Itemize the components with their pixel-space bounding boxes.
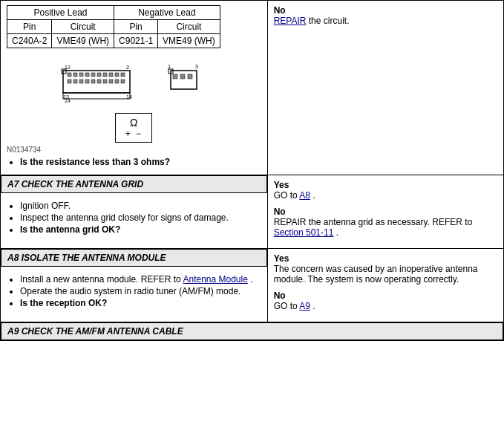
svg-text:2: 2 <box>126 65 129 70</box>
resistance-question: Is the resistance less than 3 ohms? <box>20 157 261 167</box>
no-answer-block: No REPAIR the circuit. <box>274 5 497 26</box>
svg-rect-29 <box>171 71 197 89</box>
svg-rect-7 <box>97 73 101 77</box>
a7-yes-action: GO to A8 . <box>274 190 497 201</box>
pos-pin-value: C240A-2 <box>7 34 52 48</box>
a8-no-label: No <box>274 290 497 301</box>
a7-left-cell: A7 CHECK THE ANTENNA GRID Ignition OFF. … <box>1 175 268 249</box>
svg-text:1: 1 <box>168 64 171 69</box>
svg-rect-14 <box>79 79 83 83</box>
svg-rect-32 <box>188 74 192 79</box>
pin-col-header-2: Pin <box>114 20 158 34</box>
a8-no-link[interactable]: A9 <box>299 301 310 311</box>
svg-rect-3 <box>73 73 77 77</box>
circuit-col-header-2: Circuit <box>158 20 220 34</box>
a7-yes-block: Yes GO to A8 . <box>274 180 497 201</box>
a7-bullet-1: Ignition OFF. <box>20 201 261 211</box>
a8-left-cell: A8 ISOLATE THE ANTENNA MODULE Install a … <box>1 249 268 322</box>
pin-col-header-1: Pin <box>7 20 52 34</box>
negative-lead-header: Negative Lead <box>114 6 220 20</box>
a7-bullet-list: Ignition OFF. Inspect the antenna grid c… <box>7 201 261 235</box>
right-connector-svg: 1 3 <box>167 56 212 104</box>
a7-content: Ignition OFF. Inspect the antenna grid c… <box>1 193 267 242</box>
neg-circuit-value: VME49 (WH) <box>158 34 220 48</box>
svg-rect-30 <box>173 74 177 79</box>
a8-bullet-2: Operate the audio system in radio tuner … <box>20 286 261 296</box>
neg-pin-value: C9021-1 <box>114 34 158 48</box>
a8-no-action: GO to A9 . <box>274 301 497 311</box>
a7-no-block: No REPAIR the antenna grid as necessary.… <box>274 207 497 238</box>
no-label: No <box>274 5 497 16</box>
antenna-module-link[interactable]: Antenna Module <box>183 274 247 285</box>
a9-header: A9 CHECK THE AM/FM ANTENNA CABLE <box>1 322 503 340</box>
svg-rect-27 <box>63 93 130 99</box>
svg-text:24: 24 <box>65 98 71 103</box>
a7-no-action: REPAIR the antenna grid as necessary. RE… <box>274 217 497 238</box>
a8-yes-label: Yes <box>274 253 497 264</box>
svg-rect-9 <box>109 73 113 77</box>
a7-section-link[interactable]: Section 501-11 <box>274 227 334 238</box>
svg-rect-20 <box>115 79 119 83</box>
a7-no-label: No <box>274 207 497 217</box>
svg-rect-21 <box>121 79 125 83</box>
svg-rect-6 <box>91 73 95 77</box>
a8-no-block: No GO to A9 . <box>274 290 497 311</box>
pos-circuit-value: VME49 (WH) <box>52 34 114 48</box>
svg-rect-0 <box>63 71 130 93</box>
svg-rect-8 <box>103 73 107 77</box>
svg-rect-5 <box>85 73 89 77</box>
connector-diagram: 12 2 13 14 24 <box>7 56 261 154</box>
svg-rect-4 <box>79 73 83 77</box>
a8-yes-block: Yes The concern was caused by an inopera… <box>274 253 497 285</box>
positive-lead-header: Positive Lead <box>7 6 114 20</box>
top-left-cell: Positive Lead Negative Lead Pin Circuit … <box>1 1 268 175</box>
svg-rect-31 <box>180 74 185 79</box>
a8-yes-text: The concern was caused by an inoperative… <box>274 264 497 285</box>
a8-bullet-3: Is the reception OK? <box>20 298 261 308</box>
pin-table: Positive Lead Negative Lead Pin Circuit … <box>7 5 220 48</box>
svg-rect-15 <box>85 79 89 83</box>
svg-rect-17 <box>97 79 101 83</box>
svg-rect-10 <box>115 73 119 77</box>
svg-rect-18 <box>103 79 107 83</box>
a7-yes-link[interactable]: A8 <box>299 190 310 201</box>
svg-rect-16 <box>91 79 95 83</box>
a7-bullet-3: Is the antenna grid OK? <box>20 224 261 235</box>
a7-header: A7 CHECK THE ANTENNA GRID <box>1 175 267 193</box>
top-right-cell: No REPAIR the circuit. <box>267 1 503 175</box>
svg-rect-11 <box>121 73 125 77</box>
ohm-symbol: Ω <box>130 117 137 129</box>
repair-link[interactable]: REPAIR <box>274 16 307 26</box>
a7-bullet-2: Inspect the antenna grid closely for sig… <box>20 212 261 223</box>
plus-minus-symbol: + − <box>125 129 143 139</box>
svg-rect-2 <box>68 73 71 77</box>
a8-bullet-1: Install a new antenna module. REFER to A… <box>20 274 261 285</box>
a8-header: A8 ISOLATE THE ANTENNA MODULE <box>1 249 267 267</box>
a7-yes-label: Yes <box>274 180 497 190</box>
svg-text:12: 12 <box>65 65 71 70</box>
top-question-list: Is the resistance less than 3 ohms? <box>7 157 261 167</box>
diagram-label: N0134734 <box>7 146 261 154</box>
a8-content: Install a new antenna module. REFER to A… <box>1 267 267 316</box>
svg-text:3: 3 <box>195 64 198 69</box>
ohm-meter-container: Ω + − <box>7 110 261 143</box>
the-circuit-text: the circuit. <box>309 16 350 26</box>
ohm-meter: Ω + − <box>115 113 152 143</box>
svg-rect-19 <box>109 79 113 83</box>
circuit-col-header-1: Circuit <box>52 20 114 34</box>
a8-right-cell: Yes The concern was caused by an inopera… <box>267 249 503 322</box>
a9-left-cell: A9 CHECK THE AM/FM ANTENNA CABLE <box>1 322 504 341</box>
repair-text: REPAIR the circuit. <box>274 16 497 26</box>
svg-rect-13 <box>73 79 77 83</box>
svg-rect-12 <box>68 79 71 83</box>
a8-bullet-list: Install a new antenna module. REFER to A… <box>7 274 261 308</box>
a7-right-cell: Yes GO to A8 . No REPAIR the antenna gri… <box>267 175 503 249</box>
left-connector-svg: 12 2 13 14 24 <box>56 56 152 104</box>
